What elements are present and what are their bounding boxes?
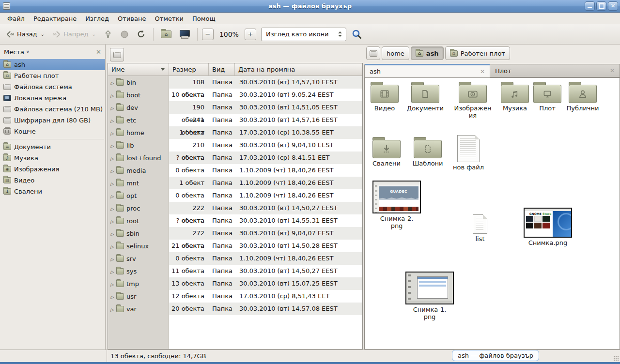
table-row[interactable]: usr 12 обекта Папка 17.03.2010 (ср) 8,51… [108, 290, 362, 303]
menu-help[interactable]: Помощ [188, 14, 220, 23]
folder-item-pictures[interactable]: Изображения [451, 81, 495, 119]
back-button[interactable]: Назад ⌄ [3, 27, 47, 42]
expander-icon[interactable] [110, 180, 114, 187]
forward-button[interactable]: Напред ⌄ [49, 27, 99, 42]
tab-ash[interactable]: ash✕ [364, 64, 490, 77]
home-button[interactable] [158, 27, 174, 42]
table-row[interactable]: lib 210 обекта Папка 30.03.2010 (вт) 9,0… [108, 139, 362, 152]
table-row[interactable]: media 0 обекта Папка 1.10.2009 (чт) 18,4… [108, 164, 362, 177]
column-header-type[interactable]: Вид [209, 63, 235, 76]
sidebar-item-filesystem[interactable]: Файлова система [0, 81, 105, 92]
sidebar-item-desktop[interactable]: Работен плот [0, 70, 105, 81]
file-item-snimka-2[interactable]: GUADEC Снимка-2.png [372, 181, 422, 229]
resize-grip[interactable] [613, 355, 619, 361]
icon-canvas[interactable]: Видео Документи Изображения Музика Плот [364, 77, 620, 349]
zoom-in-button[interactable]: + [245, 29, 256, 40]
column-header-name[interactable]: Име [108, 63, 169, 76]
expander-icon[interactable] [110, 154, 114, 162]
table-row[interactable]: selinux 21 обекта Папка 30.03.2010 (вт) … [108, 240, 362, 252]
table-row[interactable]: lost+found ? обекта Папка 17.03.2010 (ср… [108, 152, 362, 164]
table-row[interactable]: dev 190 обекта Папка 30.03.2010 (вт) 14,… [108, 101, 362, 114]
table-row[interactable]: etc 241 обекта Папка 30.03.2010 (вт) 14,… [108, 114, 362, 126]
zoom-out-button[interactable]: − [202, 29, 214, 40]
folder-item-public[interactable]: Публични [561, 81, 604, 112]
tab-close-icon[interactable]: ✕ [480, 68, 485, 75]
up-button[interactable] [101, 27, 115, 42]
menu-edit[interactable]: Редактиране [29, 14, 81, 23]
file-item-new-file[interactable]: нов файл [447, 135, 490, 171]
folder-item-templates[interactable]: Шаблони [406, 136, 450, 167]
expander-icon[interactable] [110, 305, 114, 313]
root-filesystem-button[interactable] [110, 48, 124, 61]
sidebar-item-documents[interactable]: Документи [0, 141, 105, 152]
expander-icon[interactable] [110, 91, 114, 99]
expander-icon[interactable] [110, 255, 114, 262]
table-row[interactable]: sys 11 обекта Папка 30.03.2010 (вт) 14,5… [108, 265, 362, 277]
maximize-button[interactable] [596, 1, 606, 11]
sidebar-item-video[interactable]: Видео [0, 175, 105, 186]
folder-item-downloads[interactable]: Свалени [365, 136, 408, 167]
menu-file[interactable]: Файл [3, 14, 29, 23]
table-row[interactable]: proc 222 обекта Папка 30.03.2010 (вт) 14… [108, 202, 362, 214]
expander-icon[interactable] [110, 230, 114, 237]
expander-icon[interactable] [110, 79, 114, 86]
close-button[interactable] [608, 1, 618, 11]
sidebar-item-ash[interactable]: ash [0, 59, 105, 70]
table-row[interactable]: tmp 13 обекта Папка 30.03.2010 (вт) 15,0… [108, 277, 362, 290]
expander-icon[interactable] [110, 192, 114, 199]
file-item-list[interactable]: list [461, 214, 499, 243]
tab-close-icon[interactable]: ✕ [610, 67, 615, 74]
table-row[interactable]: var 20 обекта Папка 30.03.2010 (вт) 14,5… [108, 303, 362, 315]
expander-icon[interactable] [110, 142, 114, 149]
path-desktop-button[interactable]: Работен плот [445, 46, 510, 60]
menu-go[interactable]: Отиване [113, 14, 150, 23]
search-button[interactable] [348, 27, 366, 42]
table-row[interactable]: root ? обекта Папка 30.03.2010 (вт) 14,5… [108, 214, 362, 227]
sidebar-chevron-icon[interactable]: ∨ [26, 49, 30, 54]
table-row[interactable]: mnt 1 обект Папка 1.10.2009 (чт) 18,40,2… [108, 177, 362, 189]
forward-dropdown-icon[interactable]: ⌄ [92, 31, 95, 37]
back-dropdown-icon[interactable]: ⌄ [41, 31, 45, 37]
view-mode-select[interactable]: Изглед като икони [261, 28, 346, 41]
expander-icon[interactable] [110, 243, 114, 250]
expander-icon[interactable] [110, 205, 114, 212]
reload-button[interactable] [134, 27, 149, 42]
stop-button[interactable] [117, 27, 132, 42]
sidebar-item-filesystem-210mb[interactable]: Файлова система (210 MB) [0, 104, 105, 115]
sidebar-close-icon[interactable]: ✕ [96, 48, 101, 56]
table-row[interactable]: home 1 обект Папка 17.03.2010 (ср) 10,38… [108, 126, 362, 139]
expander-icon[interactable] [110, 167, 114, 174]
menu-bookmarks[interactable]: Отметки [150, 14, 187, 23]
expander-icon[interactable] [110, 129, 114, 136]
sidebar-item-trash[interactable]: Кошче [0, 126, 105, 137]
tab-plot[interactable]: Плот✕ [490, 64, 620, 77]
folder-item-video[interactable]: Видео [363, 81, 406, 112]
menu-view[interactable]: Изглед [81, 14, 113, 23]
file-item-snimka[interactable]: GNOME Store Снимка.png [523, 208, 573, 246]
sidebar-item-pictures[interactable]: Изображения [0, 164, 105, 175]
table-row[interactable]: bin 108 обекта Папка 30.03.2010 (вт) 14,… [108, 76, 362, 89]
expander-icon[interactable] [110, 104, 114, 111]
path-home-button[interactable]: home [382, 46, 409, 60]
expander-icon[interactable] [110, 293, 114, 300]
column-header-date[interactable]: Дата на промяна [235, 63, 362, 76]
table-row[interactable]: sbin 272 обекта Папка 30.03.2010 (вт) 9,… [108, 227, 362, 240]
sidebar-item-music[interactable]: Музика [0, 152, 105, 164]
table-row[interactable]: srv 0 обекта Папка 1.10.2009 (чт) 18,40,… [108, 252, 362, 265]
minimize-button[interactable] [585, 1, 595, 11]
path-root-button[interactable] [366, 46, 380, 60]
sidebar-item-downloads[interactable]: Свалени [0, 186, 105, 197]
expander-icon[interactable] [110, 268, 114, 275]
expander-icon[interactable] [110, 217, 114, 225]
expander-icon[interactable] [110, 117, 114, 124]
column-header-size[interactable]: Размер [169, 63, 209, 76]
folder-item-documents[interactable]: Документи [403, 81, 447, 112]
file-item-snimka-1[interactable]: Снимка-1.png [404, 272, 455, 320]
computer-button[interactable] [176, 27, 193, 42]
path-ash-button[interactable]: ash [411, 46, 444, 60]
sidebar-item-network[interactable]: Локална мрежа [0, 92, 105, 104]
sidebar-title[interactable]: Места [4, 48, 24, 56]
table-row[interactable]: boot 10 обекта Папка 30.03.2010 (вт) 9,0… [108, 89, 362, 101]
titlebar[interactable]: ash — файлов браузър [0, 0, 620, 13]
table-row[interactable]: opt 0 обекта Папка 1.10.2009 (чт) 18,40,… [108, 189, 362, 202]
